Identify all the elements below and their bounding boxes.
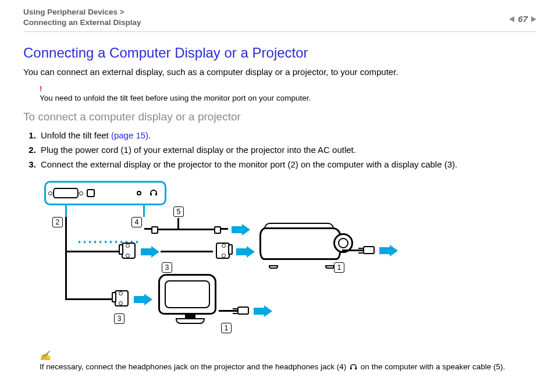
callout-1-mon: 1 (221, 323, 232, 333)
manual-page: Using Peripheral Devices > Connecting an… (0, 0, 555, 386)
audio-jack-left-icon (144, 227, 158, 231)
callout-4: 4 (131, 217, 142, 227)
computer-port-panel (44, 181, 166, 205)
svg-rect-1 (155, 193, 157, 195)
procedure-steps: Unfold the tilt feet (page 15). Plug the… (23, 129, 536, 173)
audio-jack-right-icon (214, 227, 228, 231)
footnote-text: If necessary, connect the headphones jac… (40, 362, 536, 372)
arrow-vga-top-right-icon (236, 246, 255, 258)
step-1: Unfold the tilt feet (page 15). (38, 129, 536, 144)
svg-rect-3 (355, 367, 357, 369)
svg-rect-0 (150, 193, 152, 195)
arrow-power-proj-icon (379, 245, 398, 256)
cable-5a (158, 229, 179, 230)
intro-text: You can connect an external display, suc… (23, 67, 536, 77)
footnote: ✍ If necessary, connect the headphones j… (40, 351, 536, 372)
step-1-text-pre: Unfold the tilt feet (41, 130, 111, 140)
step-1-text-post: . (148, 130, 151, 140)
connection-diagram: 2 4 5 3 (44, 181, 417, 344)
aux-port-icon (87, 189, 95, 197)
warning-notice: ! You need to unfold the tilt feet befor… (40, 85, 536, 102)
page-number: 67 (518, 14, 528, 24)
stub-hp (143, 205, 145, 217)
prev-page-icon[interactable] (509, 16, 514, 22)
arrow-vga-bot-icon (134, 294, 152, 305)
breadcrumb: Using Peripheral Devices > Connecting an… (23, 7, 141, 28)
page-15-link[interactable]: (page 15) (111, 130, 148, 140)
page-title: Connecting a Computer Display or a Proje… (23, 45, 536, 61)
headphones-port-icon (150, 188, 158, 198)
footnote-text-pre: If necessary, connect the headphones jac… (40, 362, 348, 371)
breadcrumb-line-1: Using Peripheral Devices > (23, 8, 124, 16)
vga-plug-top-right-icon (213, 243, 233, 259)
header-rule (23, 31, 536, 32)
cable-3-top-a (65, 251, 119, 252)
cable-3-top-b (161, 251, 213, 252)
page-navigation: 67 (509, 7, 536, 24)
cable-trunk-2 (65, 252, 67, 300)
callout-3-top: 3 (162, 262, 172, 273)
callout-2: 2 (52, 217, 63, 227)
step-3: Connect the external display or the proj… (38, 158, 536, 173)
step-2: Plug the power cord (1) of your external… (38, 144, 536, 158)
arrow-audio-icon (232, 224, 250, 236)
vga-plug-bot-icon (112, 290, 131, 307)
ac-plug-proj-icon (361, 246, 378, 255)
cable-5b (179, 229, 214, 230)
procedure-heading: To connect a computer display or a proje… (23, 111, 536, 123)
projector-icon (259, 223, 350, 266)
callout-3-bot: 3 (114, 313, 124, 324)
svg-rect-2 (350, 367, 352, 369)
arrow-vga-top-left-icon (141, 246, 159, 258)
stub-vga (65, 205, 67, 217)
footnote-text-post: on the computer with a speaker cable (5)… (358, 362, 505, 371)
note-icon: ✍ (40, 351, 51, 361)
vga-plug-top-left-icon (119, 243, 138, 259)
callout-5: 5 (173, 206, 184, 217)
breadcrumb-line-2: Connecting an External Display (23, 18, 141, 27)
monitor-icon (158, 274, 222, 326)
warning-icon: ! (40, 85, 536, 92)
warning-text: You need to unfold the tilt feet before … (40, 94, 536, 102)
arrow-power-mon-icon (254, 305, 272, 317)
cable-3-bot-a (65, 298, 112, 300)
ac-plug-mon-icon (235, 307, 252, 316)
callout-1-proj: 1 (334, 262, 344, 273)
page-header: Using Peripheral Devices > Connecting an… (23, 7, 536, 28)
headphones-icon (350, 363, 357, 372)
cable-trunk (65, 217, 67, 252)
monitor-port-icon (53, 188, 79, 198)
line-out-icon (137, 191, 141, 195)
cable-5-riser (177, 218, 179, 230)
next-page-icon[interactable] (531, 16, 536, 22)
